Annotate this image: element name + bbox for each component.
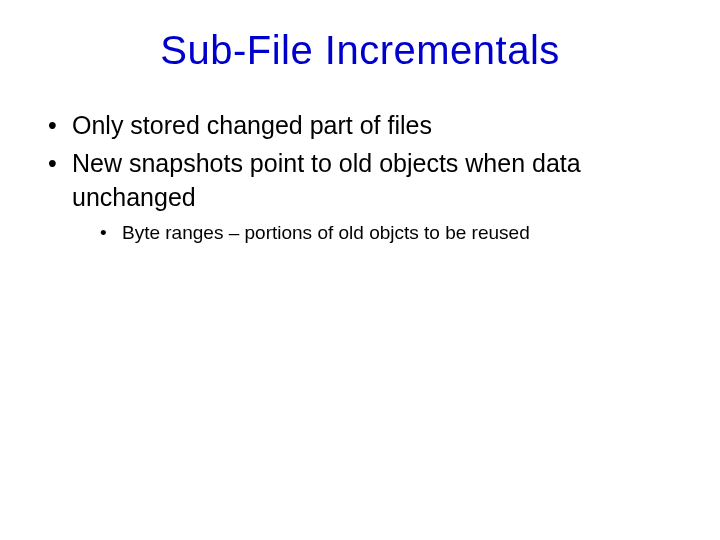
list-item: Only stored changed part of files: [48, 109, 688, 143]
sub-bullet-list: Byte ranges – portions of old objcts to …: [72, 220, 688, 247]
slide-title: Sub-File Incrementals: [32, 28, 688, 73]
sub-list-item: Byte ranges – portions of old objcts to …: [100, 220, 688, 247]
list-item: New snapshots point to old objects when …: [48, 147, 688, 247]
slide: Sub-File Incrementals Only stored change…: [0, 0, 720, 540]
bullet-list: Only stored changed part of files New sn…: [32, 109, 688, 247]
list-item-text: New snapshots point to old objects when …: [72, 149, 581, 211]
